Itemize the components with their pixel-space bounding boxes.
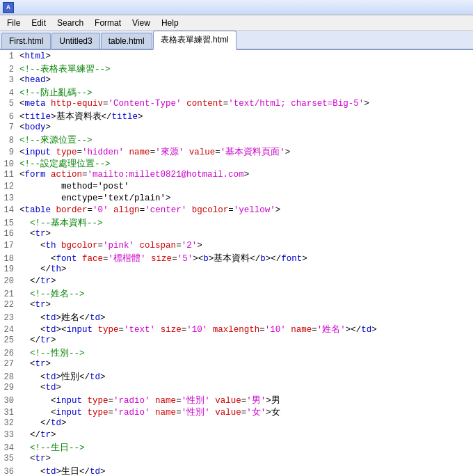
line-number: 25	[0, 335, 19, 345]
line-content: </tr>	[19, 430, 56, 440]
line-content: <tr>	[19, 359, 51, 369]
line-content: <!--防止亂碼-->	[19, 87, 93, 99]
line-number: 23	[0, 313, 19, 323]
line-content: <!--表格表單練習-->	[19, 63, 111, 75]
line-number: 22	[0, 300, 19, 310]
tab-3[interactable]: 表格表單練習.html	[153, 31, 236, 50]
code-line-8: 8<!--來源位置-->	[0, 134, 473, 146]
code-line-23: 23 <td>姓名</td>	[0, 312, 473, 324]
line-number: 36	[0, 467, 19, 476]
code-line-1: 1<html>	[0, 51, 473, 63]
menu-item-help[interactable]: Help	[156, 17, 184, 29]
line-content: <!--基本資料-->	[19, 217, 103, 229]
line-number: 16	[0, 229, 19, 239]
app-icon: A	[3, 2, 14, 13]
line-content: <input type='radio' name='性別' value='男'>…	[19, 395, 301, 406]
line-number: 30	[0, 396, 19, 406]
menu-item-format[interactable]: Format	[89, 17, 127, 29]
line-content: <head>	[19, 75, 51, 85]
menubar: FileEditSearchFormatViewHelp	[0, 15, 473, 31]
line-content: </td>	[19, 418, 67, 428]
line-content: <!--生日-->	[19, 442, 85, 454]
code-line-17: 17 <th bgcolor='pink' colspan='2'>	[0, 241, 473, 253]
line-number: 34	[0, 443, 19, 453]
line-number: 21	[0, 289, 19, 299]
code-line-25: 25 </tr>	[0, 335, 473, 347]
code-line-28: 28 <td>性別</td>	[0, 371, 473, 383]
line-number: 9	[0, 148, 19, 157]
line-number: 7	[0, 122, 19, 132]
tab-1[interactable]: Untitled3	[51, 33, 99, 49]
code-line-22: 22 <tr>	[0, 300, 473, 312]
line-number: 31	[0, 408, 19, 418]
code-line-14: 14<table border='0' align='center' bgcol…	[0, 205, 473, 217]
line-number: 35	[0, 454, 19, 463]
line-content: method='post'	[19, 182, 129, 191]
code-line-30: 30 <input type='radio' name='性別' value='…	[0, 395, 473, 406]
line-number: 13	[0, 193, 19, 203]
line-content: </tr>	[19, 335, 56, 345]
line-content: <tr>	[19, 300, 51, 310]
line-number: 6	[0, 112, 19, 122]
tab-0[interactable]: First.html	[1, 33, 51, 49]
line-content: <td>	[19, 383, 61, 392]
line-number: 19	[0, 264, 19, 274]
titlebar: A	[0, 0, 473, 15]
code-line-27: 27 <tr>	[0, 359, 473, 371]
line-number: 4	[0, 88, 19, 98]
line-content: <tr>	[19, 229, 51, 239]
tab-2[interactable]: table.html	[101, 33, 152, 49]
line-content: <input type='radio' name='性別' value='女'>…	[19, 406, 280, 418]
line-number: 3	[0, 75, 19, 85]
code-line-26: 26 <!--性別-->	[0, 347, 473, 359]
code-line-34: 34 <!--生日-->	[0, 442, 473, 454]
line-content: <body>	[19, 122, 51, 132]
menu-item-edit[interactable]: Edit	[26, 17, 51, 29]
code-line-21: 21 <!--姓名-->	[0, 288, 473, 300]
line-content: <meta http-equiv='Content-Type' content=…	[19, 99, 369, 109]
line-number: 14	[0, 205, 19, 215]
line-number: 20	[0, 276, 19, 286]
code-line-3: 3<head>	[0, 75, 473, 87]
menu-item-search[interactable]: Search	[51, 17, 89, 29]
menu-item-file[interactable]: File	[1, 17, 26, 29]
line-content: <html>	[19, 51, 51, 61]
code-line-19: 19 </th>	[0, 264, 473, 276]
menu-item-view[interactable]: View	[127, 17, 156, 29]
line-content: <table border='0' align='center' bgcolor…	[19, 205, 280, 215]
line-number: 15	[0, 219, 19, 228]
line-number: 32	[0, 418, 19, 428]
code-line-20: 20 </tr>	[0, 276, 473, 288]
line-number: 12	[0, 182, 19, 191]
line-content: <!--來源位置-->	[19, 134, 93, 146]
line-content: <!--設定處理位置-->	[19, 158, 111, 170]
line-number: 1	[0, 51, 19, 61]
code-line-6: 6<title>基本資料表</title>	[0, 111, 473, 122]
line-number: 29	[0, 383, 19, 392]
line-content: <td>姓名</td>	[19, 312, 106, 324]
line-number: 26	[0, 349, 19, 358]
code-line-15: 15 <!--基本資料-->	[0, 217, 473, 229]
code-line-31: 31 <input type='radio' name='性別' value='…	[0, 406, 473, 418]
line-number: 11	[0, 170, 19, 180]
line-number: 8	[0, 136, 19, 145]
line-content: <th bgcolor='pink' colspan='2'>	[19, 241, 202, 251]
code-line-13: 13 enctype='text/plain'>	[0, 193, 473, 205]
line-content: <!--姓名-->	[19, 288, 85, 300]
code-line-7: 7<body>	[0, 122, 473, 134]
code-line-16: 16 <tr>	[0, 229, 473, 241]
line-number: 33	[0, 430, 19, 440]
line-number: 28	[0, 372, 19, 382]
code-line-33: 33 </tr>	[0, 430, 473, 442]
line-content: <!--性別-->	[19, 347, 85, 359]
line-content: <td><input type='text' size='10' maxleng…	[19, 324, 377, 335]
code-line-29: 29 <td>	[0, 383, 473, 395]
code-line-5: 5<meta http-equiv='Content-Type' content…	[0, 99, 473, 111]
line-content: <td>性別</td>	[19, 371, 106, 383]
code-line-11: 11<form action='mailto:millet0821@hotmai…	[0, 170, 473, 182]
line-content: </th>	[19, 264, 67, 274]
line-number: 18	[0, 254, 19, 264]
line-number: 24	[0, 325, 19, 335]
line-content: <form action='mailto:millet0821@hotmail.…	[19, 170, 249, 180]
tabbar: First.htmlUntitled3table.html表格表單練習.html	[0, 31, 473, 50]
